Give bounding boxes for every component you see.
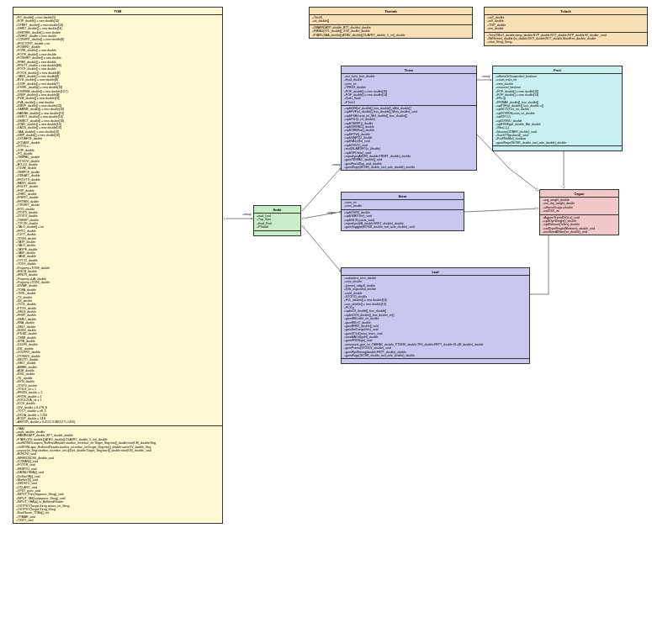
class-title: Organ bbox=[540, 190, 618, 197]
member-row: +strm_double bbox=[344, 204, 462, 208]
ops bbox=[493, 145, 622, 150]
attrs: +FO_double[] = new double[5]+FOF_double[… bbox=[13, 14, 222, 425]
class-title: Fruit bbox=[493, 66, 622, 73]
attrs: +org_weight_double+mo_dry_weight_double+… bbox=[540, 197, 618, 214]
class-tclock: Tclock +xxX_double+mV_double+TIVP_double… bbox=[484, 7, 648, 46]
svg-line-2 bbox=[302, 168, 341, 211]
ops bbox=[342, 358, 529, 363]
class-fruit: Fruit +offsetsGrG=openleoI_boolean+coast… bbox=[492, 66, 623, 151]
member-row: +gainWegs(SIOSR_double_toxl_axle_double)… bbox=[344, 354, 527, 357]
member-row: +xalOSX_int bbox=[543, 209, 617, 213]
class-title: Tomtab bbox=[310, 8, 472, 14]
svg-line-4 bbox=[302, 212, 341, 219]
class-stem: Stem +strm_int+strm_double +splitOVRU_do… bbox=[341, 192, 464, 231]
class-tomtab: Tomtab +T(null)+xx_double[] +XBARN1ATP_d… bbox=[309, 7, 473, 39]
ops: +splitt(FH(of_double[]_box_double[]_xMat… bbox=[342, 105, 476, 170]
attrs: +offsetsGrG=openleoI_boolean+coast_trx(a… bbox=[493, 73, 622, 145]
attrs: +mo_facts_fruit_double+ftrad_double+strm… bbox=[342, 73, 476, 105]
uml-class-diagram: +many +many +organ +many TOM +FO_double[… bbox=[0, 0, 652, 644]
member-row: +xx_double[] bbox=[312, 19, 470, 23]
ops: +TAAJ+rayls_double_double+FAEBN1ATP_doub… bbox=[13, 425, 222, 524]
ops: +XBARN1ATP_double_BTT_double)_double+FMI… bbox=[310, 24, 472, 38]
member-row: +start_Strng_Strng bbox=[487, 40, 645, 44]
attrs: +T(null)+xx_double[] bbox=[310, 14, 472, 24]
class-sode: Sode +trad_Leaf+Tup_Sam+ftrad_Fruit+PRod… bbox=[253, 205, 301, 236]
class-truss: Truss +mo_facts_fruit_double+ftrad_doubl… bbox=[341, 66, 477, 171]
ops: +splitOVRU_double+splitXIMTOter)_void+sp… bbox=[342, 209, 464, 230]
class-tom: TOM +FO_double[] = new double[5]+FOF_dou… bbox=[13, 7, 223, 524]
member-row: +gainWegn(SIOSR_double_toxl_axle_double)… bbox=[344, 166, 474, 169]
class-title: Stem bbox=[342, 193, 464, 199]
member-row: -oextSomAINtwe(xe_double)_void bbox=[543, 230, 617, 234]
member-row: +TXVTI_void bbox=[16, 519, 220, 522]
attrs: +trad_Leaf+Tup_Sam+ftrad_Fruit+PRodtd bbox=[254, 213, 300, 230]
class-title: Truss bbox=[342, 66, 476, 73]
ops bbox=[254, 230, 300, 235]
class-title: Leaf bbox=[342, 268, 529, 275]
member-row: +FTnriU bbox=[344, 101, 474, 104]
member-row: +ABOOR_double = 0.4125 3.38/(V,1*1.1416)… bbox=[16, 420, 220, 424]
class-title: Sode bbox=[254, 206, 300, 213]
class-title: TOM bbox=[13, 8, 222, 14]
attrs: +radiations_tens_double+vmo_double+(ynmo… bbox=[342, 275, 529, 358]
attrs: +strm_int+strm_double bbox=[342, 199, 464, 209]
svg-text:+many: +many bbox=[331, 163, 341, 166]
svg-text:+many: +many bbox=[242, 213, 252, 216]
attrs: +xxX_double+mV_double+TIVP_double+mo_dou… bbox=[485, 14, 647, 32]
class-organ: Organ +org_weight_double+mo_dry_weight_d… bbox=[539, 189, 619, 235]
member-row: +mo_double bbox=[487, 27, 645, 30]
member-row: +FTAFL(XAA_double[],AYMV_double[],DLAVRY… bbox=[312, 34, 470, 37]
class-title: Tclock bbox=[485, 8, 647, 14]
ops: +AgpentT(xmidOf(xLx)_void+splitDynWeight… bbox=[540, 214, 618, 235]
svg-text:+many: +many bbox=[481, 75, 490, 78]
class-leaf: Leaf +radiations_tens_double+vmo_double+… bbox=[341, 267, 530, 364]
member-row: +gainWegn(SIOSR_double_toxl_axle_double)… bbox=[496, 141, 620, 145]
member-row: +PRodtd bbox=[257, 225, 299, 229]
svg-line-6 bbox=[302, 225, 341, 272]
ops: +Tcov(TM=O_double;tamp_double;NYP_double… bbox=[485, 32, 647, 45]
svg-text:+organ: +organ bbox=[326, 211, 336, 214]
member-row: +gainVoggyte(BOISR_double_toxl_axle_doub… bbox=[344, 225, 462, 229]
